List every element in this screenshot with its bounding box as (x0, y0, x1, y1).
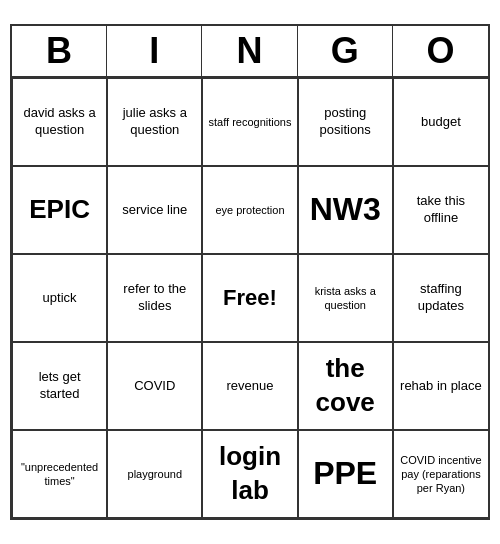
bingo-cell-20: "unprecedented times" (12, 430, 107, 518)
bingo-letter-g: G (298, 26, 393, 76)
bingo-cell-9: take this offline (393, 166, 488, 254)
bingo-cell-14: staffing updates (393, 254, 488, 342)
bingo-cell-4: budget (393, 78, 488, 166)
bingo-header: BINGO (12, 26, 488, 78)
bingo-cell-24: COVID incentive pay (reparations per Rya… (393, 430, 488, 518)
bingo-cell-21: playground (107, 430, 202, 518)
bingo-cell-17: revenue (202, 342, 297, 430)
bingo-cell-15: lets get started (12, 342, 107, 430)
bingo-cell-12: Free! (202, 254, 297, 342)
bingo-cell-13: krista asks a question (298, 254, 393, 342)
bingo-card: BINGO david asks a questionjulie asks a … (10, 24, 490, 520)
bingo-cell-18: the cove (298, 342, 393, 430)
bingo-cell-5: EPIC (12, 166, 107, 254)
bingo-letter-i: I (107, 26, 202, 76)
bingo-cell-23: PPE (298, 430, 393, 518)
bingo-cell-11: refer to the slides (107, 254, 202, 342)
bingo-cell-2: staff recognitions (202, 78, 297, 166)
bingo-cell-0: david asks a question (12, 78, 107, 166)
bingo-letter-b: B (12, 26, 107, 76)
bingo-cell-10: uptick (12, 254, 107, 342)
bingo-cell-3: posting positions (298, 78, 393, 166)
bingo-grid: david asks a questionjulie asks a questi… (12, 78, 488, 518)
bingo-cell-7: eye protection (202, 166, 297, 254)
bingo-letter-n: N (202, 26, 297, 76)
bingo-cell-6: service line (107, 166, 202, 254)
bingo-cell-22: login lab (202, 430, 297, 518)
bingo-cell-1: julie asks a question (107, 78, 202, 166)
bingo-cell-16: COVID (107, 342, 202, 430)
bingo-cell-8: NW3 (298, 166, 393, 254)
bingo-cell-19: rehab in place (393, 342, 488, 430)
bingo-letter-o: O (393, 26, 488, 76)
